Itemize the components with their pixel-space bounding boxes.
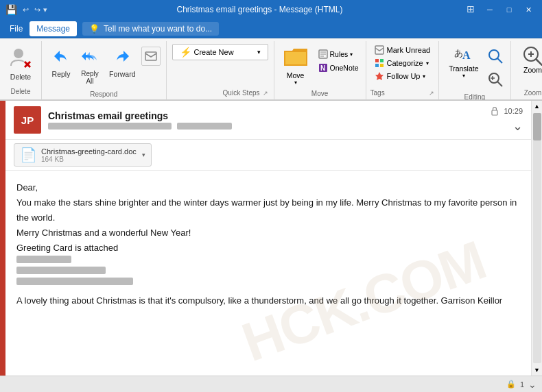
move-dropdown-arrow: ▾ [294,79,297,86]
email-quote: A lovely thing about Christmas is that i… [16,293,520,308]
rules-button[interactable]: Rules ▾ [316,48,362,60]
lightbulb-icon: 💡 [89,24,99,34]
move-label: Move [287,71,305,79]
email-content-area: JP Christmas email greetings 10:29 [5,101,531,376]
svg-rect-13 [375,64,379,67]
svg-rect-28 [492,110,497,115]
reply-all-button[interactable]: ReplyAll [76,44,104,88]
scroll-down-arrow[interactable]: ▼ [532,365,543,376]
tags-buttons: Mark Unread Categorize ▾ Follow Up ▾ [370,44,435,82]
mark-unread-button[interactable]: Mark Unread [370,44,435,56]
onenote-label: OneNote [330,64,359,72]
move-group-label: Move [311,90,328,97]
reply-icon [51,47,71,69]
email-header: JP Christmas email greetings 10:29 [5,101,531,140]
undo-btn[interactable]: ↩ [23,5,29,14]
rules-arrow: ▾ [350,51,353,58]
menu-message[interactable]: Message [30,21,77,36]
onenote-button[interactable]: N OneNote [316,62,362,74]
tags-expand-icon[interactable]: ↗ [429,90,434,97]
svg-text:A: A [462,49,471,61]
blurred-line-1 [16,256,71,263]
translate-button[interactable]: あ A Translate ▾ [445,44,482,80]
ribbon-group-move: Move ▾ Rules ▾ N OneNote Move [274,41,366,99]
follow-up-label: Follow Up [387,72,421,80]
redo-btn[interactable]: ↪ [34,5,40,14]
svg-rect-14 [380,64,384,67]
categorize-arrow: ▾ [426,60,429,66]
scrollbar[interactable]: ▲ ▼ [531,101,542,376]
window-controls: ⊞ ─ □ ✕ [467,3,537,16]
ribbon-group-editing: あ A Translate ▾ [439,41,510,99]
ribbon-group-respond: Reply ReplyAll Forward [42,41,167,99]
delete-label: Delete [10,73,31,81]
file-name: Christmas-greeting-card.doc [41,147,137,156]
svg-rect-3 [145,52,156,60]
restore-btn[interactable]: ⊞ [467,3,475,16]
tell-me-box[interactable]: 💡 Tell me what you want to do... [82,22,219,36]
svg-point-0 [14,49,23,58]
respond-group-label: Respond [90,90,117,99]
svg-line-19 [497,58,502,63]
close-button[interactable]: ✕ [520,3,537,16]
create-new-quickstep[interactable]: ⚡ Create New ▾ [172,44,268,60]
svg-text:N: N [320,64,325,72]
ribbon-group-delete: Delete Delete [0,41,42,99]
attachment-dropdown-arrow[interactable]: ▾ [142,151,145,158]
scroll-thumb[interactable] [533,113,541,140]
svg-line-25 [536,59,542,66]
maximize-button[interactable]: □ [501,3,517,16]
doc-file-icon: 📄 [20,147,37,163]
menu-file[interactable]: File [3,21,30,36]
quicksteps-expand-icon[interactable]: ↗ [263,90,268,97]
ribbon-group-zoom: Zoom Zoom [511,41,542,99]
title-bar: 💾 ↩ ↪ ▾ Christmas email greetings - Mess… [0,0,542,19]
reply-all-label: ReplyAll [81,70,99,85]
delete-group-label: Delete [11,88,31,97]
categorize-button[interactable]: Categorize ▾ [370,57,435,69]
scroll-up-arrow[interactable]: ▲ [532,101,543,112]
translate-arrow: ▾ [462,73,465,79]
search-button[interactable] [486,47,505,69]
zoom-button[interactable]: Zoom [517,44,542,75]
blurred-line-3 [16,278,133,285]
svg-line-21 [497,82,502,86]
quicksteps-buttons: ⚡ Create New ▾ [172,44,268,86]
window-title: Christmas email greetings - Message (HTM… [53,5,467,14]
qat-customize[interactable]: ▾ [43,5,47,14]
follow-up-arrow: ▾ [423,73,425,79]
email-greeting: Dear, [16,180,520,195]
email-paragraph1: You make the stars shine brighter and th… [16,195,520,225]
forward-button[interactable]: Forward [105,44,140,81]
page-label: 🔒 [506,380,516,389]
collapse-email-btn[interactable]: ⌄ [512,119,523,134]
email-main-area: JP Christmas email greetings 10:29 [0,100,542,376]
status-expand-btn[interactable]: ⌄ [528,379,537,390]
create-new-label: Create New [194,48,255,56]
attachment-item[interactable]: 📄 Christmas-greeting-card.doc 164 KB ▾ [14,143,152,167]
move-button[interactable]: Move ▾ [279,44,313,87]
reply-button[interactable]: Reply [47,44,75,81]
svg-rect-12 [380,59,384,62]
email-accent-bar [0,101,5,376]
email-time: 10:29 [504,107,523,115]
delete-button[interactable]: Delete [5,44,36,84]
minimize-button[interactable]: ─ [482,3,498,16]
respond-group-items: Reply ReplyAll Forward [47,44,161,88]
svg-marker-15 [375,72,384,80]
avatar: JP [14,106,41,134]
translate-label: Translate [449,64,478,73]
find-button[interactable] [486,70,505,92]
categorize-label: Categorize [387,59,423,67]
delete-group-items: Delete [5,44,36,85]
ribbon-group-tags: Mark Unread Categorize ▾ Follow Up ▾ Tag… [366,41,440,99]
zoom-group-label: Zoom [524,89,542,97]
email-meta: Christmas email greetings [48,110,490,130]
zoom-label: Zoom [523,66,542,74]
svg-rect-10 [375,46,384,54]
app-icon: 💾 [5,4,17,15]
respond-extra-btn1[interactable] [141,47,161,66]
rules-label: Rules [330,50,349,58]
follow-up-button[interactable]: Follow Up ▾ [370,70,435,82]
reply-label: Reply [52,70,71,78]
